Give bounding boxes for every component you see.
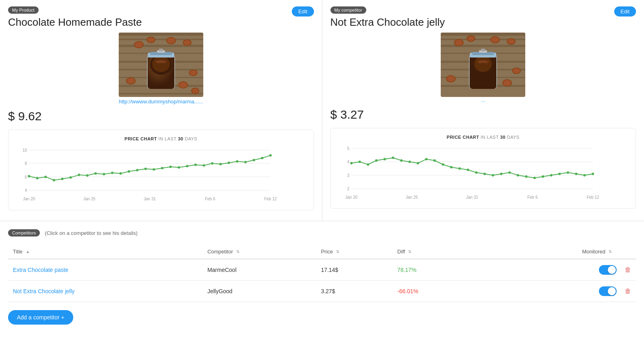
svg-text:8: 8 <box>25 161 27 166</box>
price-sort-icon[interactable]: ⇅ <box>336 249 339 254</box>
competitor-title-link[interactable]: Not Extra Chocolate jelly <box>13 288 74 294</box>
my-product-panel: My Product Chocolate Homemade Paste Edit <box>0 0 322 221</box>
svg-point-55 <box>86 174 89 177</box>
svg-rect-34 <box>159 49 163 51</box>
svg-point-49 <box>36 177 39 179</box>
svg-point-88 <box>455 40 463 45</box>
svg-text:Jan 25: Jan 25 <box>83 197 95 201</box>
my-product-link[interactable]: http://wwww.dummyshop/marma...... <box>119 99 203 105</box>
svg-point-59 <box>120 172 122 175</box>
svg-rect-9 <box>119 93 203 95</box>
svg-text:4: 4 <box>25 188 27 193</box>
svg-point-151 <box>583 174 586 177</box>
svg-point-145 <box>533 177 536 179</box>
svg-text:Jan 31: Jan 31 <box>144 197 156 201</box>
svg-point-128 <box>392 156 394 159</box>
svg-point-146 <box>541 175 544 178</box>
svg-point-15 <box>167 38 175 43</box>
svg-point-105 <box>474 56 492 72</box>
svg-point-123 <box>350 162 353 165</box>
svg-point-124 <box>358 160 361 163</box>
svg-point-74 <box>244 161 247 163</box>
svg-text:2: 2 <box>347 187 349 191</box>
delete-icon[interactable]: 🗑 <box>625 288 631 295</box>
my-product-badge: My Product <box>8 6 39 14</box>
monitored-sort-icon[interactable]: ⇅ <box>609 249 612 254</box>
svg-rect-1 <box>119 33 203 36</box>
svg-point-131 <box>417 162 419 165</box>
competitor-edit-button[interactable]: Edit <box>614 6 636 16</box>
svg-point-21 <box>190 70 197 75</box>
svg-point-100 <box>447 76 455 82</box>
svg-point-139 <box>483 173 486 175</box>
svg-point-66 <box>178 166 180 169</box>
svg-point-51 <box>53 179 55 181</box>
svg-point-72 <box>228 162 230 164</box>
col-title: Title ▲ <box>8 245 202 259</box>
svg-rect-79 <box>441 33 525 36</box>
col-monitored: Monitored ⇅ <box>476 245 636 259</box>
svg-text:Feb 12: Feb 12 <box>264 197 277 201</box>
svg-point-125 <box>367 163 369 166</box>
my-product-image-container: http://wwww.dummyshop/marma...... <box>8 33 314 105</box>
svg-point-98 <box>513 68 520 73</box>
svg-text:Jan 20: Jan 20 <box>345 195 357 200</box>
svg-point-132 <box>425 158 427 160</box>
svg-point-17 <box>184 40 191 45</box>
competitors-header: Competitors (Click on a competitor to se… <box>8 229 636 237</box>
my-product-title: Chocolate Homemade Paste <box>8 16 314 29</box>
competitor-diff-cell: -66.01% <box>392 281 476 302</box>
svg-text:Jan 25: Jan 25 <box>405 195 417 200</box>
svg-point-48 <box>28 175 30 177</box>
svg-point-138 <box>475 171 477 174</box>
competitor-title: Not Extra Chocolate jelly <box>330 16 636 29</box>
svg-text:Feb 12: Feb 12 <box>586 195 599 200</box>
diff-sort-icon[interactable]: ⇅ <box>408 249 411 254</box>
svg-point-142 <box>508 171 511 174</box>
my-product-edit-button[interactable]: Edit <box>292 6 314 16</box>
svg-point-30 <box>152 56 170 72</box>
top-section: My Product Chocolate Homemade Paste Edit <box>0 0 644 221</box>
svg-point-23 <box>127 78 135 84</box>
svg-point-126 <box>375 159 378 162</box>
svg-point-11 <box>135 42 143 47</box>
competitor-diff-cell: 78.17% <box>392 259 476 281</box>
svg-point-50 <box>44 176 47 178</box>
svg-rect-3 <box>119 45 203 47</box>
competitor-price-cell: 17.14$ <box>316 259 392 281</box>
my-product-chart-container: PRICE CHART IN LAST 30 DAYS 10864Jan 20J… <box>8 130 314 210</box>
competitor-monitored-cell: 🗑 <box>476 259 636 281</box>
svg-point-75 <box>253 159 255 161</box>
svg-text:10: 10 <box>23 148 27 152</box>
competitor-product-link: ... <box>481 97 485 103</box>
col-competitor: Competitor ⇅ <box>202 245 316 259</box>
delete-icon[interactable]: 🗑 <box>625 266 631 274</box>
competitor-image-container: ... <box>330 33 636 103</box>
svg-point-135 <box>450 166 452 169</box>
svg-point-61 <box>136 169 138 171</box>
add-competitor-button[interactable]: Add a competitor + <box>8 310 73 325</box>
svg-point-147 <box>550 174 552 177</box>
svg-text:Feb 6: Feb 6 <box>205 197 215 201</box>
svg-point-136 <box>458 167 460 170</box>
competitor-panel: My competitor Not Extra Chocolate jelly … <box>322 0 644 221</box>
svg-point-68 <box>194 164 197 166</box>
svg-text:6: 6 <box>25 175 27 179</box>
competitor-chart-container: PRICE CHART IN LAST 30 DAYS 5432Jan 20Ja… <box>330 128 636 209</box>
svg-point-144 <box>525 175 527 178</box>
svg-point-129 <box>400 159 402 162</box>
monitored-toggle[interactable] <box>599 286 617 296</box>
svg-point-52 <box>61 178 64 180</box>
title-sort-icon[interactable]: ▲ <box>26 249 30 254</box>
table-row[interactable]: Not Extra Chocolate jelly JellyGood 3.27… <box>8 281 636 302</box>
svg-text:3: 3 <box>347 173 349 178</box>
svg-point-137 <box>466 169 469 171</box>
my-product-image <box>119 33 203 97</box>
competitor-title-link[interactable]: Extra Chocolate paste <box>13 267 68 273</box>
competitor-sort-icon[interactable]: ⇅ <box>236 249 239 254</box>
svg-point-150 <box>575 173 577 175</box>
table-row[interactable]: Extra Chocolate paste MarmeCool 17.14$ 7… <box>8 259 636 281</box>
svg-point-77 <box>269 154 272 156</box>
col-diff: Diff ⇅ <box>392 245 476 259</box>
monitored-toggle[interactable] <box>599 265 617 275</box>
